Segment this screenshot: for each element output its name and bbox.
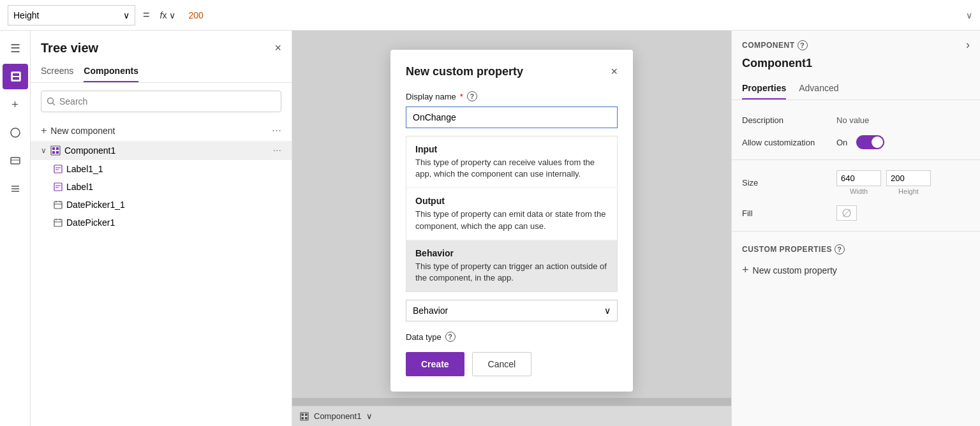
tree-item-component1[interactable]: ∨ Component1 ··· (31, 141, 292, 160)
size-row: Size Width Height (732, 165, 980, 200)
width-label: Width (850, 187, 868, 195)
behavior-option-desc: This type of property can trigger an act… (415, 261, 608, 284)
insert-icon-btn[interactable] (3, 120, 28, 145)
new-custom-property-button[interactable]: + New custom property (732, 260, 980, 281)
data-type-help-icon[interactable]: ? (445, 332, 456, 342)
cancel-button[interactable]: Cancel (472, 352, 532, 376)
tree-item-label1-1[interactable]: Label1_1 (31, 160, 292, 178)
input-option-title: Input (415, 144, 608, 154)
datepicker-icon (54, 200, 63, 209)
fx-chevron: ∨ (169, 10, 175, 20)
modal-header: New custom property × (406, 65, 618, 78)
size-inputs: Width Height (836, 170, 931, 195)
tools-icon-btn[interactable] (3, 176, 28, 202)
component-help-icon[interactable]: ? (798, 40, 808, 50)
tab-properties[interactable]: Properties (742, 78, 786, 99)
component-name: Component1 (732, 54, 980, 78)
input-option-desc: This type of property can receive values… (415, 157, 608, 180)
topbar-chevron: ∨ (966, 10, 972, 20)
width-input[interactable] (836, 170, 881, 186)
label-icon (54, 182, 63, 191)
right-panel: COMPONENT ? › Component1 Properties Adva… (731, 31, 980, 426)
type-select-value: Behavior (413, 305, 448, 316)
behavior-option-title: Behavior (415, 248, 608, 258)
tree-items: ∨ Component1 ··· Label1_1 (31, 141, 292, 426)
custom-properties-help-icon[interactable]: ? (835, 244, 845, 254)
tab-advanced[interactable]: Advanced (799, 78, 838, 99)
datepicker-icon (54, 218, 63, 227)
height-input[interactable] (886, 170, 931, 186)
tab-components[interactable]: Components (84, 61, 138, 82)
equals-sign: = (140, 8, 152, 22)
new-component-button[interactable]: + New component ··· (31, 120, 292, 141)
svg-rect-14 (52, 151, 55, 154)
top-bar: Height ∨ = fx ∨ ∨ (0, 0, 980, 31)
type-option-input[interactable]: Input This type of property can receive … (406, 136, 617, 188)
svg-rect-15 (56, 151, 59, 154)
svg-rect-19 (54, 183, 62, 191)
fx-button[interactable]: fx ∨ (158, 10, 179, 20)
component1-more[interactable]: ··· (273, 145, 281, 156)
menu-icon-btn[interactable]: ☰ (3, 36, 28, 61)
display-name-label: Display name * ? (406, 91, 618, 101)
svg-rect-11 (51, 146, 60, 155)
component1-chevron: ∨ (41, 146, 47, 155)
svg-rect-22 (54, 202, 62, 209)
svg-rect-16 (54, 165, 62, 173)
description-label: Description (742, 115, 831, 125)
tree-tabs: Screens Components (31, 61, 292, 83)
create-button[interactable]: Create (406, 352, 464, 376)
divider-2 (732, 231, 980, 231)
type-option-output[interactable]: Output This type of property can emit da… (406, 188, 617, 240)
type-select[interactable]: Behavior ∨ (406, 300, 618, 321)
type-options: Input This type of property can receive … (406, 136, 618, 292)
property-select[interactable]: Height ∨ (8, 5, 135, 26)
add-icon-btn[interactable]: + (3, 92, 28, 117)
fx-label: fx (160, 10, 167, 20)
svg-rect-4 (11, 158, 20, 164)
allow-customization-label: Allow customization (742, 138, 831, 147)
fill-icon (842, 208, 852, 218)
svg-rect-1 (13, 73, 19, 76)
required-marker: * (460, 92, 463, 101)
display-name-help-icon[interactable]: ? (467, 91, 477, 101)
tab-screens[interactable]: Screens (41, 61, 73, 82)
datepicker1-1-label: DatePicker1_1 (66, 200, 281, 210)
tree-item-datepicker1[interactable]: DatePicker1 (31, 214, 292, 231)
description-value: No value (836, 115, 970, 125)
label1-label: Label1 (66, 182, 281, 192)
fill-swatch[interactable] (836, 205, 857, 221)
tree-close-button[interactable]: × (274, 41, 281, 55)
datepicker1-label: DatePicker1 (66, 217, 281, 228)
label1-1-label: Label1_1 (66, 164, 281, 174)
fill-row: Fill (732, 200, 980, 226)
svg-point-3 (11, 128, 20, 137)
formula-input[interactable] (183, 5, 961, 26)
data-type-label: Data type ? (406, 332, 618, 342)
height-wrap: Height (886, 170, 931, 195)
tree-header: Tree view × (31, 31, 292, 61)
new-component-label: New component (50, 126, 115, 136)
layers-icon-btn[interactable] (3, 64, 28, 89)
icon-rail: ☰ + (0, 31, 31, 426)
divider-1 (732, 159, 980, 160)
modal-footer: Create Cancel (406, 352, 618, 376)
search-icon (47, 97, 56, 106)
allow-customization-toggle[interactable] (856, 135, 884, 149)
custom-properties-header: CUSTOM PROPERTIES ? (732, 237, 980, 260)
property-select-chevron: ∨ (123, 10, 130, 20)
search-input[interactable] (59, 91, 276, 112)
tree-title: Tree view (41, 41, 98, 55)
fill-label: Fill (742, 209, 831, 218)
media-icon-btn[interactable] (3, 148, 28, 173)
tree-item-label1[interactable]: Label1 (31, 178, 292, 196)
type-option-behavior[interactable]: Behavior This type of property can trigg… (406, 240, 617, 291)
modal-close-button[interactable]: × (611, 65, 618, 78)
new-component-plus: + (41, 125, 47, 136)
new-component-more[interactable]: ··· (272, 124, 281, 137)
canvas-area: Begin: 12 End: 12 Component1 ∨ (292, 31, 731, 426)
display-name-input[interactable] (406, 106, 618, 128)
right-panel-chevron[interactable]: › (966, 38, 970, 52)
tree-item-datepicker1-1[interactable]: DatePicker1_1 (31, 196, 292, 214)
right-panel-tabs: Properties Advanced (732, 78, 980, 100)
